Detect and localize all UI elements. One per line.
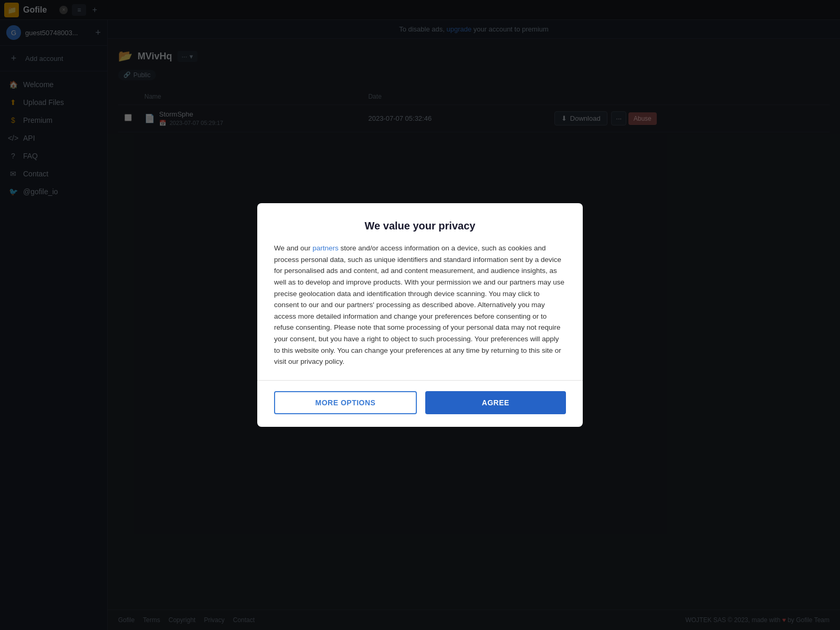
modal-buttons: MORE OPTIONS AGREE [274, 391, 566, 414]
privacy-modal-body: We and our partners store and/or access … [274, 243, 566, 368]
modal-divider [257, 380, 583, 381]
privacy-modal: We value your privacy We and our partner… [257, 203, 583, 427]
privacy-overlay: We value your privacy We and our partner… [0, 0, 840, 630]
partners-link[interactable]: partners [312, 244, 339, 252]
more-options-modal-button[interactable]: MORE OPTIONS [274, 391, 417, 414]
agree-button[interactable]: AGREE [425, 391, 566, 414]
privacy-modal-title: We value your privacy [274, 220, 566, 232]
